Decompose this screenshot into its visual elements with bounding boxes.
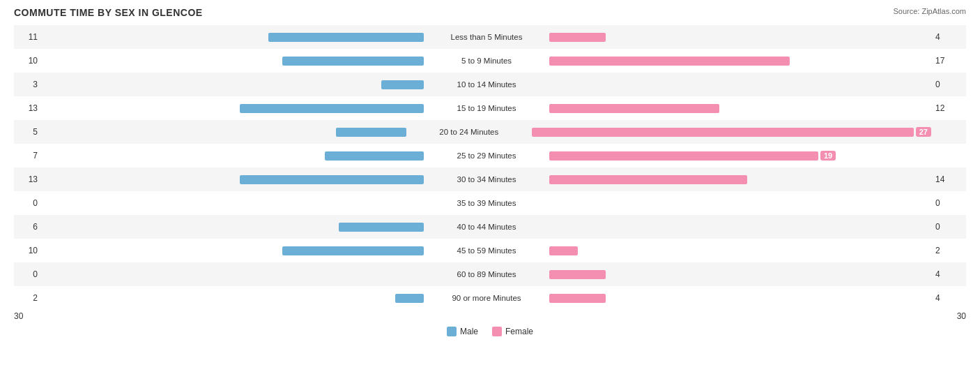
legend-male-box	[447, 327, 457, 336]
bar-female-value: 14	[931, 174, 966, 184]
bar-male-value: 5	[14, 127, 42, 137]
axis-labels: 30 30	[14, 310, 966, 321]
blue-bar-side	[42, 96, 424, 120]
bar-male	[282, 57, 424, 66]
blue-bar-side	[42, 215, 424, 239]
bar-value-female: 27	[916, 127, 931, 137]
chart-row: 13 15 to 19 Minutes 12	[14, 96, 966, 120]
pink-bar-side	[549, 239, 931, 262]
bar-female	[549, 33, 606, 42]
chart-row: 5 20 to 24 Minutes 27	[14, 120, 966, 144]
axis-right: 30	[957, 311, 966, 321]
bar-male	[381, 80, 424, 89]
bar-male	[336, 128, 406, 137]
bar-female	[549, 175, 747, 184]
bar-female	[549, 294, 606, 303]
bar-male-value: 3	[14, 80, 42, 89]
bar-label: 35 to 39 Minutes	[424, 199, 549, 207]
pink-bar-side	[549, 73, 931, 96]
chart-header: COMMUTE TIME BY SEX IN GLENCOE Source: Z…	[14, 7, 966, 18]
chart-row: 10 45 to 59 Minutes 2	[14, 239, 966, 262]
bar-female-value: 12	[931, 103, 966, 113]
bar-male	[325, 151, 424, 161]
bar-female	[549, 104, 719, 113]
bar-female-value: 4	[931, 269, 966, 279]
blue-bar-side	[42, 191, 424, 215]
blue-bar-side	[42, 120, 406, 144]
blue-bar-side	[42, 144, 424, 167]
pink-bar-side	[549, 286, 931, 310]
bar-female-value: 4	[931, 32, 966, 42]
bar-male	[395, 294, 424, 303]
bar-male-value: 7	[14, 151, 42, 161]
bar-male-value: 11	[14, 32, 42, 42]
bar-male	[268, 33, 424, 42]
pink-bar-side	[549, 167, 931, 191]
bar-label: 40 to 44 Minutes	[424, 223, 549, 231]
bar-male-value: 13	[14, 103, 42, 113]
bar-label: 5 to 9 Minutes	[424, 57, 549, 65]
bar-male	[339, 223, 424, 232]
chart-title: COMMUTE TIME BY SEX IN GLENCOE	[14, 7, 203, 18]
bar-female	[549, 57, 790, 66]
bar-male	[240, 175, 424, 184]
bar-label: 25 to 29 Minutes	[424, 151, 549, 160]
blue-bar-side	[42, 167, 424, 191]
chart-legend: Male Female	[14, 327, 966, 336]
bar-male-value: 10	[14, 56, 42, 66]
bar-label: 10 to 14 Minutes	[424, 80, 549, 89]
chart-row: 6 40 to 44 Minutes 0	[14, 215, 966, 239]
bar-female-value: 4	[931, 293, 966, 303]
pink-bar-side: 19	[549, 144, 931, 167]
blue-bar-side	[42, 49, 424, 73]
bar-male-value: 2	[14, 293, 42, 303]
bar-male	[282, 246, 424, 255]
bar-male-value: 10	[14, 246, 42, 255]
axis-left: 30	[14, 311, 23, 321]
bar-label: 15 to 19 Minutes	[424, 104, 549, 112]
bar-label: 90 or more Minutes	[424, 294, 549, 302]
chart-row: 2 90 or more Minutes 4	[14, 286, 966, 310]
legend-male: Male	[447, 327, 478, 336]
bar-female-value: 0	[931, 80, 966, 89]
bar-male-value: 6	[14, 222, 42, 232]
legend-male-label: Male	[460, 327, 478, 336]
chart-row: 0 60 to 89 Minutes 4	[14, 262, 966, 286]
pink-bar-side	[549, 96, 931, 120]
bar-female	[532, 128, 914, 137]
chart-row: 11 Less than 5 Minutes 4	[14, 25, 966, 49]
bar-value-female: 19	[820, 151, 836, 161]
pink-bar-side	[549, 215, 931, 239]
pink-bar-side	[549, 191, 931, 215]
bar-female-value: 17	[931, 56, 966, 66]
blue-bar-side	[42, 286, 424, 310]
bar-label: Less than 5 Minutes	[424, 33, 549, 41]
bar-male-value: 0	[14, 198, 42, 208]
chart-row: 0 35 to 39 Minutes 0	[14, 191, 966, 215]
blue-bar-side	[42, 262, 424, 286]
chart-area: 11 Less than 5 Minutes 4 10 5 to 9 Minut…	[14, 25, 966, 310]
legend-female: Female	[492, 327, 533, 336]
bar-female	[549, 246, 578, 255]
bar-female-value: 2	[931, 246, 966, 255]
pink-bar-side	[549, 262, 931, 286]
pink-bar-side: 27	[532, 120, 931, 144]
bar-female-value: 0	[931, 198, 966, 208]
source-label: Source: ZipAtlas.com	[893, 7, 966, 15]
bar-male	[240, 104, 424, 113]
blue-bar-side	[42, 239, 424, 262]
legend-female-box	[492, 327, 502, 336]
legend-female-label: Female	[505, 327, 533, 336]
bar-label: 60 to 89 Minutes	[424, 270, 549, 278]
bar-label: 45 to 59 Minutes	[424, 246, 549, 255]
bar-male-value: 0	[14, 269, 42, 279]
chart-row: 13 30 to 34 Minutes 14	[14, 167, 966, 191]
bar-female	[549, 151, 818, 161]
blue-bar-side	[42, 25, 424, 49]
bar-label: 30 to 34 Minutes	[424, 175, 549, 184]
bar-female	[549, 270, 606, 279]
bar-label: 20 to 24 Minutes	[406, 128, 532, 136]
chart-row: 10 5 to 9 Minutes 17	[14, 49, 966, 73]
chart-row: 7 25 to 29 Minutes 19	[14, 144, 966, 167]
bar-female-value: 0	[931, 222, 966, 232]
